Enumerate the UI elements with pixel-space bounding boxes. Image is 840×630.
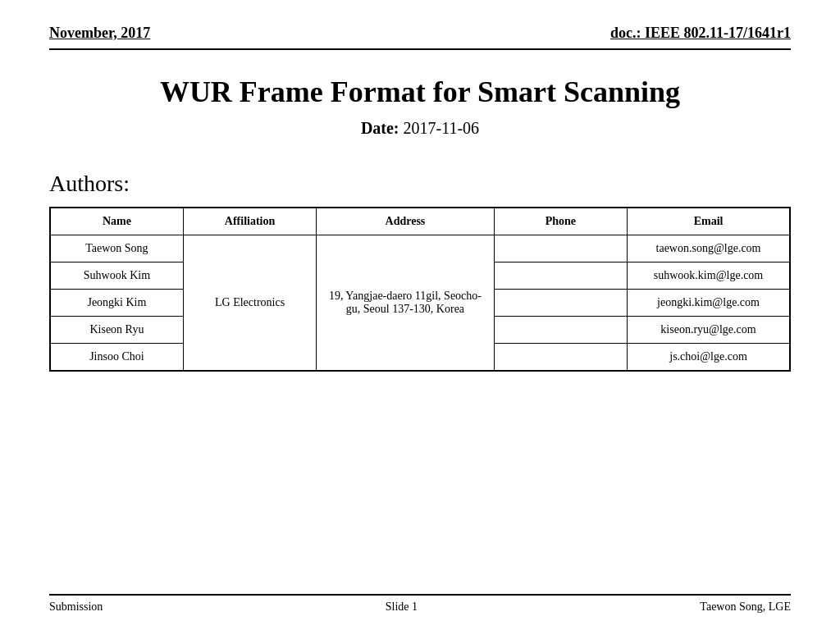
header-date: November, 2017 xyxy=(49,25,150,42)
table-row: Taewon Song LG Electronics 19, Yangjae-d… xyxy=(50,235,790,262)
cell-phone-2 xyxy=(494,290,627,317)
cell-name-2: Jeongki Kim xyxy=(50,290,183,317)
col-header-affiliation: Affiliation xyxy=(183,208,316,235)
date-value: 2017-11-06 xyxy=(404,119,480,137)
cell-name-0: Taewon Song xyxy=(50,235,183,262)
authors-heading: Authors: xyxy=(49,171,791,197)
cell-name-4: Jinsoo Choi xyxy=(50,344,183,372)
cell-name-3: Kiseon Ryu xyxy=(50,317,183,344)
cell-address-merged: 19, Yangjae-daero 11gil, Seocho-gu, Seou… xyxy=(317,235,494,372)
cell-email-1: suhwook.kim@lge.com xyxy=(628,262,790,290)
table-header-row: Name Affiliation Address Phone Email xyxy=(50,208,790,235)
cell-phone-4 xyxy=(494,344,627,372)
page: November, 2017 doc.: IEEE 802.11-17/1641… xyxy=(0,0,840,630)
footer-right: Taewon Song, LGE xyxy=(700,600,791,614)
footer-center: Slide 1 xyxy=(386,600,418,614)
date-label: Date: xyxy=(361,119,399,137)
cell-affiliation-merged: LG Electronics xyxy=(183,235,316,372)
date-line: Date: 2017-11-06 xyxy=(49,119,791,138)
cell-phone-1 xyxy=(494,262,627,290)
cell-name-1: Suhwook Kim xyxy=(50,262,183,290)
cell-phone-3 xyxy=(494,317,627,344)
authors-section: Authors: Name Affiliation Address Phone … xyxy=(49,171,791,594)
footer-left: Submission xyxy=(49,600,103,614)
cell-phone-0 xyxy=(494,235,627,262)
main-title: WUR Frame Format for Smart Scanning xyxy=(49,75,791,109)
cell-email-3: kiseon.ryu@lge.com xyxy=(628,317,790,344)
col-header-email: Email xyxy=(628,208,790,235)
cell-email-4: js.choi@lge.com xyxy=(628,344,790,372)
title-area: WUR Frame Format for Smart Scanning Date… xyxy=(49,75,791,138)
header-doc: doc.: IEEE 802.11-17/1641r1 xyxy=(610,25,791,42)
cell-email-0: taewon.song@lge.com xyxy=(628,235,790,262)
col-header-phone: Phone xyxy=(494,208,627,235)
authors-table: Name Affiliation Address Phone Email Tae… xyxy=(49,207,791,372)
col-header-name: Name xyxy=(50,208,183,235)
col-header-address: Address xyxy=(317,208,494,235)
cell-email-2: jeongki.kim@lge.com xyxy=(628,290,790,317)
footer: Submission Slide 1 Taewon Song, LGE xyxy=(49,594,791,614)
header: November, 2017 doc.: IEEE 802.11-17/1641… xyxy=(49,25,791,50)
